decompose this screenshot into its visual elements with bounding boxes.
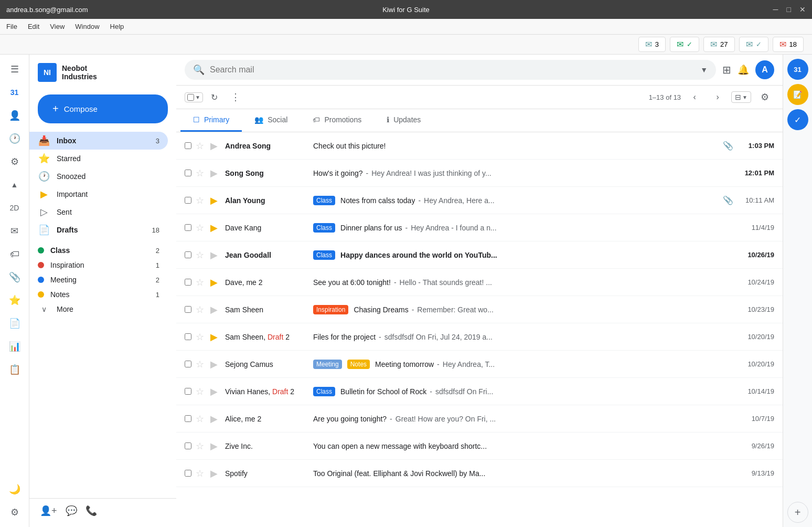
select-all-checkbox[interactable] xyxy=(187,94,194,101)
paperclip-icon[interactable]: 📎 xyxy=(4,267,25,288)
notification-bell-icon[interactable]: 🔔 xyxy=(738,64,749,76)
tasks-icon[interactable]: ✓ xyxy=(787,109,808,130)
chart-icon[interactable]: 📊 xyxy=(4,336,25,357)
email-checkbox[interactable] xyxy=(185,388,191,395)
important-marker[interactable]: ▶ xyxy=(210,277,221,288)
star-icon[interactable]: ☆ xyxy=(196,440,206,452)
email-checkbox[interactable] xyxy=(185,224,191,231)
add-app-button[interactable]: + xyxy=(787,502,808,523)
refresh-button[interactable]: ↻ xyxy=(205,88,224,107)
star-icon[interactable]: ☆ xyxy=(196,304,206,315)
email-row[interactable]: ☆ ▶ Sam Sheen Inspiration Chasing Dreams… xyxy=(176,296,783,323)
sidebar-item-class[interactable]: Class 2 xyxy=(29,243,168,258)
email-row[interactable]: ☆ ▶ Zive Inc. You can open a new message… xyxy=(176,433,783,460)
email-checkbox[interactable] xyxy=(185,142,191,149)
menu-edit[interactable]: Edit xyxy=(28,23,39,30)
chat-icon[interactable]: 💬 xyxy=(66,505,77,517)
email-checkbox[interactable] xyxy=(185,442,191,449)
list-icon[interactable]: 📋 xyxy=(4,359,25,380)
important-marker[interactable]: ▶ xyxy=(210,386,221,397)
email-row[interactable]: ☆ ▶ Jean Goodall Class Happy dances arou… xyxy=(176,241,783,269)
moon-icon[interactable]: 🌙 xyxy=(4,479,25,500)
sidebar-item-important[interactable]: ▶ Important xyxy=(29,185,168,203)
email-row[interactable]: ☆ ▶ Dave, me 2 See you at 6:00 tonight! … xyxy=(176,269,783,296)
email-row[interactable]: ☆ ▶ Spotify Too Original (feat. Elliphan… xyxy=(176,460,783,487)
star-icon[interactable]: ☆ xyxy=(196,140,206,152)
star-icon[interactable]: ☆ xyxy=(196,167,206,179)
important-marker[interactable]: ▶ xyxy=(210,140,221,152)
email-checkbox[interactable] xyxy=(185,470,191,477)
notif-badge-2[interactable]: ✉ ✓ xyxy=(670,37,699,52)
notif-badge-4[interactable]: ✉ ✓ xyxy=(739,37,768,52)
email-row[interactable]: ☆ ▶ Andrea Song Check out this picture! … xyxy=(176,132,783,160)
layers-icon[interactable]: 2D xyxy=(4,197,25,218)
tab-updates[interactable]: ℹ Updates xyxy=(374,109,433,132)
menu-file[interactable]: File xyxy=(6,23,17,30)
star-icon[interactable]: ☆ xyxy=(196,413,206,425)
add-contact-icon[interactable]: 👤+ xyxy=(40,505,57,517)
more-options-button[interactable]: ⋮ xyxy=(226,88,245,107)
apps-grid-icon[interactable]: ⊞ xyxy=(722,64,731,76)
email-row[interactable]: ☆ ▶ Alice, me 2 Are you going tonight? -… xyxy=(176,405,783,433)
star-icon[interactable]: ☆ xyxy=(196,386,206,397)
menu-help[interactable]: Help xyxy=(110,23,124,30)
doc-icon[interactable]: 📄 xyxy=(4,313,25,334)
sidebar-item-inbox[interactable]: 📥 Inbox 3 xyxy=(29,132,168,150)
email-checkbox[interactable] xyxy=(185,333,191,340)
email-row[interactable]: ☆ ▶ Song Song How's it going? - Hey Andr… xyxy=(176,160,783,187)
menu-view[interactable]: View xyxy=(50,23,65,30)
email-row[interactable]: ☆ ▶ Alan Young Class Notes from calss to… xyxy=(176,187,783,214)
email-checkbox[interactable] xyxy=(185,415,191,422)
sidebar-item-inspiration[interactable]: Inspiration 1 xyxy=(29,258,168,272)
phone-icon[interactable]: 📞 xyxy=(86,505,97,517)
email-checkbox[interactable] xyxy=(185,306,191,313)
settings-gear-icon[interactable]: ⚙ xyxy=(755,88,774,107)
minimize-button[interactable]: ─ xyxy=(773,5,778,14)
search-dropdown-icon[interactable]: ▼ xyxy=(700,66,708,74)
filter-icon[interactable]: ⚙ xyxy=(4,151,25,172)
hamburger-icon[interactable]: ☰ xyxy=(4,59,25,80)
email-checkbox[interactable] xyxy=(185,279,191,286)
email-row[interactable]: ☆ ▶ Vivian Hanes, Draft 2 Class Bulletin… xyxy=(176,378,783,405)
important-marker[interactable]: ▶ xyxy=(210,413,221,425)
star-icon[interactable]: ☆ xyxy=(196,195,206,206)
sidebar-item-sent[interactable]: ▷ Sent xyxy=(29,203,168,221)
star-icon[interactable]: ☆ xyxy=(196,331,206,343)
important-marker[interactable]: ▶ xyxy=(210,195,221,206)
email-row[interactable]: ☆ ▶ Sejong Camus Meeting Notes Meeting t… xyxy=(176,351,783,378)
star-icon[interactable]: ☆ xyxy=(196,249,206,261)
user-avatar[interactable]: A xyxy=(755,60,774,79)
keep-notes-icon[interactable]: 📝 xyxy=(787,84,808,105)
tab-social[interactable]: 👥 Social xyxy=(242,109,300,132)
maximize-button[interactable]: □ xyxy=(787,5,791,14)
select-dropdown-arrow[interactable]: ▼ xyxy=(195,94,200,100)
email-checkbox[interactable] xyxy=(185,197,191,204)
important-marker[interactable]: ▶ xyxy=(210,331,221,343)
sidebar-item-drafts[interactable]: 📄 Drafts 18 xyxy=(29,221,168,239)
email-row[interactable]: ☆ ▶ Sam Sheen, Draft 2 Files for the pro… xyxy=(176,323,783,351)
tag-icon[interactable]: 🏷 xyxy=(4,244,25,265)
search-input[interactable] xyxy=(210,65,695,75)
sidebar-item-meeting[interactable]: Meeting 2 xyxy=(29,272,168,287)
important-marker[interactable]: ▶ xyxy=(210,359,221,370)
important-marker[interactable]: ▶ xyxy=(210,440,221,452)
tab-primary[interactable]: ☐ Primary xyxy=(180,109,242,132)
star-icon[interactable]: ☆ xyxy=(196,277,206,288)
email-checkbox[interactable] xyxy=(185,361,191,367)
calendar-date-icon[interactable]: 31 xyxy=(4,82,25,103)
clock-icon[interactable]: 🕐 xyxy=(4,128,25,149)
email-row[interactable]: ☆ ▶ Dave Kang Class Dinner plans for us … xyxy=(176,214,783,241)
sidebar-item-more[interactable]: ∨ More xyxy=(29,302,168,317)
select-checkbox-dropdown[interactable]: ▼ xyxy=(185,92,203,102)
density-selector[interactable]: ⊟ ▼ xyxy=(731,91,751,103)
star-nav-icon[interactable]: ⭐ xyxy=(4,290,25,311)
email-checkbox[interactable] xyxy=(185,251,191,258)
star-icon[interactable]: ☆ xyxy=(196,468,206,479)
notif-badge-3[interactable]: ✉ 27 xyxy=(703,37,734,52)
important-marker[interactable]: ▶ xyxy=(210,167,221,179)
important-marker[interactable]: ▶ xyxy=(210,249,221,261)
star-icon[interactable]: ☆ xyxy=(196,359,206,370)
next-page-button[interactable]: › xyxy=(708,88,727,107)
sidebar-item-starred[interactable]: ⭐ Starred xyxy=(29,150,168,167)
important-marker[interactable]: ▶ xyxy=(210,468,221,479)
